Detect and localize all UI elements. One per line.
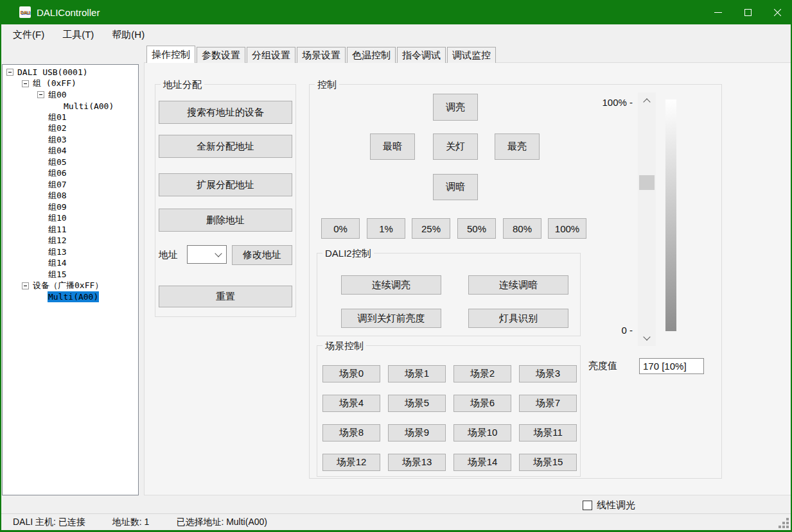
scene-8-button[interactable]: 场景8 (322, 424, 380, 442)
brightness-max-label: 100% - (588, 97, 633, 108)
min-brightness-button[interactable]: 最暗 (370, 133, 415, 160)
tab-parameter-settings[interactable]: 参数设置 (197, 47, 245, 63)
tab-grouping-settings[interactable]: 分组设置 (247, 47, 295, 63)
tree-item-group06[interactable]: 组06 (3, 168, 138, 180)
scroll-up-button[interactable] (638, 95, 656, 106)
scene-1-button[interactable]: 场景1 (388, 365, 446, 382)
status-address-count: 地址数: 1 (112, 517, 150, 528)
dim-up-button[interactable]: 调亮 (433, 94, 478, 121)
search-addressed-devices-button[interactable]: 搜索有地址的设备 (159, 101, 292, 124)
scene-6-button[interactable]: 场景6 (453, 395, 511, 412)
brightness-gradient-bar (665, 99, 676, 331)
percent-100-button[interactable]: 100% (548, 218, 586, 239)
address-combobox[interactable] (187, 245, 227, 264)
scene-13-button[interactable]: 场景13 (388, 454, 446, 471)
percent-1-button[interactable]: 1% (367, 218, 405, 239)
reset-button[interactable]: 重置 (159, 286, 292, 307)
close-icon (773, 8, 782, 17)
scene-0-button[interactable]: 场景0 (322, 365, 380, 382)
scene-2-button[interactable]: 场景2 (453, 365, 511, 382)
tree-item-group07[interactable]: 组07 (3, 179, 138, 191)
tree-item-group04[interactable]: 组04 (3, 146, 138, 157)
resize-grip[interactable] (786, 526, 789, 528)
scene-12-button[interactable]: 场景12 (322, 454, 380, 471)
lamp-off-button[interactable]: 关灯 (433, 133, 478, 160)
scene-control-title: 场景控制 (322, 339, 366, 352)
collapse-icon[interactable] (22, 80, 29, 87)
brightness-value-label: 亮度值 (588, 360, 617, 372)
tab-scene-settings[interactable]: 场景设置 (297, 47, 346, 63)
goto-last-level-button[interactable]: 调到关灯前亮度 (341, 309, 441, 328)
tree-item-device-broadcast[interactable]: 设备（广播0xFF） (3, 280, 138, 292)
tree-item-group13[interactable]: 组13 (3, 246, 138, 258)
chevron-up-icon (643, 98, 650, 105)
tree-item-group09[interactable]: 组09 (3, 202, 138, 213)
scene-5-button[interactable]: 场景5 (388, 395, 446, 412)
scene-button-grid: 场景0 场景1 场景2 场景3 场景4 场景5 场景6 场景7 场景8 场景9 … (322, 365, 577, 471)
tree-item-group08[interactable]: 组08 (3, 191, 138, 202)
chevron-down-icon (643, 333, 650, 340)
tree-item-group00[interactable]: 组00 (3, 89, 138, 101)
tree-item-multi-a00-selected[interactable]: Multi(A00) (3, 291, 138, 303)
luminaire-identify-button[interactable]: 灯具识别 (468, 309, 568, 328)
status-bar: DALI 主机: 已连接 地址数: 1 已选择地址: Multi(A00) (1, 513, 791, 530)
linear-dimming-label: 线性调光 (597, 499, 635, 511)
tree-item-group12[interactable]: 组12 (3, 236, 138, 247)
assign-new-addresses-button[interactable]: 全新分配地址 (159, 135, 292, 158)
tree-item-dali-usb[interactable]: DALI USB(0001) (3, 67, 138, 78)
percent-25-button[interactable]: 25% (412, 218, 450, 239)
max-brightness-button[interactable]: 最亮 (495, 133, 540, 160)
tab-color-temp-control[interactable]: 色温控制 (347, 47, 396, 63)
dim-down-button[interactable]: 调暗 (433, 174, 478, 200)
percent-50-button[interactable]: 50% (457, 218, 496, 239)
percent-80-button[interactable]: 80% (503, 218, 541, 239)
close-button[interactable] (762, 0, 792, 24)
menu-help[interactable]: 帮助(H) (103, 26, 154, 44)
menu-file[interactable]: 文件(F) (4, 26, 53, 44)
tree-item-group-root[interactable]: 组 (0xFF) (3, 78, 138, 90)
tree-item-group11[interactable]: 组11 (3, 224, 138, 236)
percent-0-button[interactable]: 0% (321, 218, 360, 239)
minimize-button[interactable] (703, 0, 733, 24)
collapse-icon[interactable] (6, 69, 13, 76)
tree-item-group15[interactable]: 组15 (3, 269, 138, 280)
tree-item-group14[interactable]: 组14 (3, 258, 138, 270)
brightness-scrollbar[interactable] (638, 92, 656, 346)
continuous-dim-down-button[interactable]: 连续调暗 (468, 275, 568, 295)
tree-item-group01[interactable]: 组01 (3, 112, 138, 123)
scene-15-button[interactable]: 场景15 (519, 454, 577, 471)
device-tree: DALI USB(0001) 组 (0xFF) 组00 Multi(A00) 组… (2, 64, 139, 495)
tab-strip: 操作控制 参数设置 分组设置 场景设置 色温控制 指令调试 调试监控 (146, 46, 496, 63)
modify-address-button[interactable]: 修改地址 (232, 245, 292, 265)
menu-bar: 文件(F) 工具(T) 帮助(H) (1, 24, 791, 45)
extend-assign-addresses-button[interactable]: 扩展分配地址 (159, 173, 292, 196)
brightness-scrollbar-thumb[interactable] (639, 175, 655, 190)
delete-address-button[interactable]: 删除地址 (159, 209, 292, 232)
tree-item-group10[interactable]: 组10 (3, 213, 138, 225)
tree-item-group02[interactable]: 组02 (3, 123, 138, 135)
maximize-icon (744, 9, 752, 16)
tree-item-multi-a00[interactable]: Multi(A00) (3, 101, 138, 112)
tab-operation-control[interactable]: 操作控制 (146, 46, 195, 63)
linear-dimming-checkbox[interactable] (583, 501, 592, 510)
scene-7-button[interactable]: 场景7 (519, 395, 577, 412)
scene-3-button[interactable]: 场景3 (519, 365, 577, 382)
scene-4-button[interactable]: 场景4 (322, 395, 380, 412)
continuous-dim-up-button[interactable]: 连续调亮 (341, 275, 441, 295)
tree-item-group05[interactable]: 组05 (3, 157, 138, 168)
chevron-down-icon (215, 250, 222, 257)
tab-command-debug[interactable]: 指令调试 (397, 47, 446, 63)
scene-11-button[interactable]: 场景11 (519, 424, 577, 442)
brightness-value-field[interactable]: 170 [10%] (639, 358, 704, 374)
maximize-button[interactable] (733, 0, 762, 24)
scroll-down-button[interactable] (638, 332, 656, 343)
scene-10-button[interactable]: 场景10 (453, 424, 511, 442)
tree-item-group03[interactable]: 组03 (3, 134, 138, 146)
collapse-icon[interactable] (37, 91, 44, 98)
collapse-icon[interactable] (22, 282, 29, 289)
tab-debug-monitor[interactable]: 调试监控 (447, 47, 496, 63)
menu-tools[interactable]: 工具(T) (53, 26, 103, 44)
address-label: 地址 (159, 249, 178, 261)
scene-14-button[interactable]: 场景14 (453, 454, 511, 471)
scene-9-button[interactable]: 场景9 (388, 424, 446, 442)
